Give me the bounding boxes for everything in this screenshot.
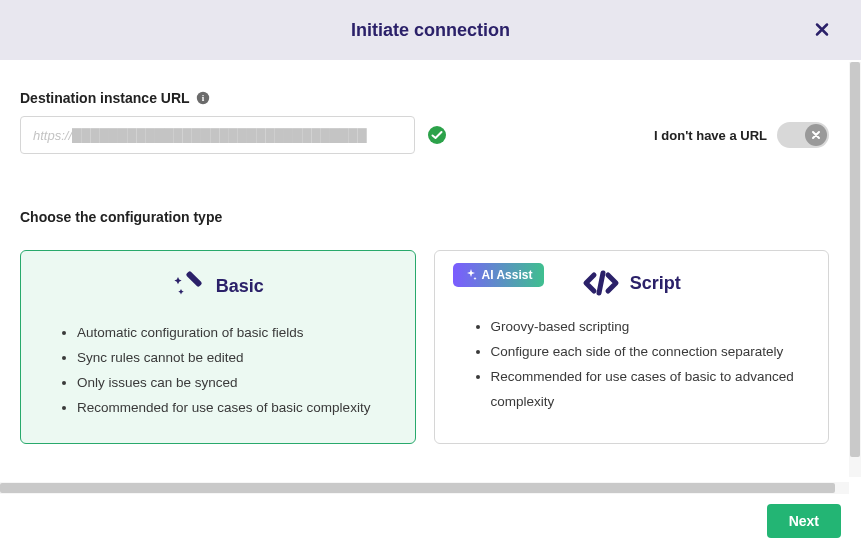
check-icon (427, 125, 447, 145)
dialog-header: Initiate connection (0, 0, 861, 60)
close-button[interactable] (807, 15, 837, 46)
ai-assist-label: AI Assist (482, 268, 533, 282)
config-type-label: Choose the configuration type (20, 209, 829, 225)
list-item: Recommended for use cases of basic to ad… (491, 365, 811, 415)
next-button[interactable]: Next (767, 504, 841, 538)
ai-assist-badge[interactable]: AI Assist (453, 263, 545, 287)
svg-rect-3 (185, 271, 202, 288)
list-item: Sync rules cannot be edited (77, 346, 397, 371)
toggle-knob (805, 124, 827, 146)
script-title: Script (630, 273, 681, 294)
vertical-scrollbar[interactable] (849, 62, 861, 477)
list-item: Recommended for use cases of basic compl… (77, 396, 397, 421)
list-item: Groovy-based scripting (491, 315, 811, 340)
basic-feature-list: Automatic configuration of basic fields … (39, 321, 397, 421)
horizontal-scrollbar[interactable] (0, 482, 849, 494)
svg-point-2 (428, 126, 446, 144)
config-card-script[interactable]: AI Assist Script Groovy-based scripting … (434, 250, 830, 444)
horizontal-scrollbar-thumb[interactable] (0, 483, 835, 493)
no-url-toggle[interactable] (777, 122, 829, 148)
sparkle-icon (465, 269, 477, 281)
dialog-body: Destination instance URL i I don't have … (0, 60, 849, 488)
vertical-scrollbar-thumb[interactable] (850, 62, 860, 457)
wand-icon (172, 269, 206, 303)
destination-url-input[interactable] (20, 116, 415, 154)
close-icon (815, 23, 829, 37)
list-item: Only issues can be synced (77, 371, 397, 396)
basic-title: Basic (216, 276, 264, 297)
config-card-basic[interactable]: Basic Automatic configuration of basic f… (20, 250, 416, 444)
dialog-footer: Next (0, 494, 861, 548)
no-url-label: I don't have a URL (654, 128, 767, 143)
list-item: Configure each side of the connection se… (491, 340, 811, 365)
list-item: Automatic configuration of basic fields (77, 321, 397, 346)
info-icon[interactable]: i (196, 91, 210, 105)
script-feature-list: Groovy-based scripting Configure each si… (453, 315, 811, 415)
dialog-title: Initiate connection (351, 20, 510, 41)
code-icon (582, 269, 620, 297)
x-icon (811, 130, 821, 140)
url-label: Destination instance URL (20, 90, 190, 106)
